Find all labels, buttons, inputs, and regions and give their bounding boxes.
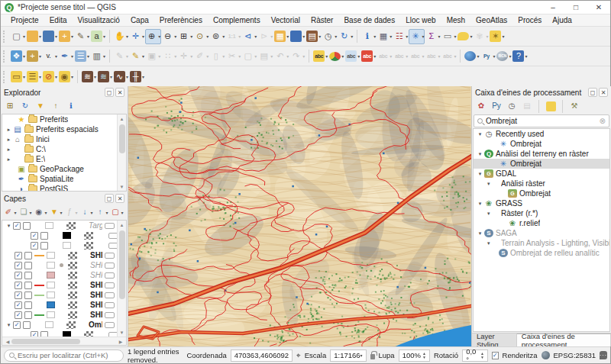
layer-row[interactable]: ✓ SHP prova bt5mv20sh0f300115 — [2, 310, 117, 320]
crs-indicator[interactable]: EPSG:25831 — [554, 351, 596, 359]
bcn-globe-button[interactable]: BCN▾ — [496, 49, 512, 64]
processing-tree-item[interactable]: ✳ Ombrejat — [474, 139, 609, 149]
float-panel-icon[interactable]: ◻ — [105, 194, 114, 203]
refresh-map-button[interactable]: ↻▾ — [338, 29, 354, 44]
processing-tree-item[interactable]: ▾ ◷ Recently used — [474, 129, 609, 139]
pan-to-selection-button[interactable]: ✛▾ — [129, 29, 145, 44]
expand-caret-icon[interactable]: ▸ — [5, 127, 11, 133]
manage-themes-button[interactable]: ◉▾ — [34, 206, 47, 219]
close-panel-icon[interactable]: ✕ — [115, 88, 124, 97]
processing-tree-item[interactable]: ▾ G GDAL — [474, 169, 609, 179]
scrollbar-thumb[interactable] — [11, 339, 80, 344]
highlight-labels-button[interactable]: abc▾ — [360, 49, 377, 64]
filter-expression-button[interactable]: ƒ▾ — [64, 206, 78, 219]
layer-indicator-icon[interactable] — [105, 302, 115, 308]
browser-item[interactable]: ▸ E:\ — [2, 154, 117, 164]
browser-scrollbar[interactable]: ▲ ▼ — [117, 114, 126, 191]
scroll-right-icon[interactable]: ▶ — [117, 339, 124, 344]
processing-history-button[interactable]: ◷ — [505, 100, 519, 113]
layer-row[interactable]: ▾ ✓ Target Grid — [2, 221, 117, 230]
field-calculator-button[interactable]: ☷▾ — [393, 29, 409, 44]
zoom-next-button[interactable]: ⊳▾ — [257, 29, 273, 44]
tab-layer-styling[interactable]: Layer Styling — [472, 333, 517, 346]
layer-checkbox-checked[interactable]: ✓ — [15, 252, 22, 259]
zoom-last-button[interactable]: ⊲▾ — [241, 29, 257, 44]
layer-row[interactable]: ✓ SHP prova bt5mv20sh0f300115 — [2, 300, 117, 310]
layer-indicator-icon[interactable] — [108, 243, 117, 249]
layer-checkbox-unchecked[interactable] — [24, 311, 32, 319]
menu-item[interactable]: Preferències — [154, 15, 208, 25]
layers-hscrollbar[interactable]: ◀ ▶ — [2, 337, 126, 345]
layer-row[interactable]: ✓ SHP prova bt5mv20sh0f300115 — [2, 290, 117, 300]
menu-item[interactable]: Capa — [125, 15, 154, 25]
expand-caret-icon[interactable]: ▸ — [5, 147, 11, 153]
menu-item[interactable]: Edita — [44, 15, 73, 25]
measure-button[interactable]: ▭▾ — [441, 29, 457, 44]
maximize-button[interactable]: □ — [564, 1, 587, 14]
coordinate-input[interactable]: 470363,4606092 — [231, 350, 293, 362]
browser-add-layer-button[interactable]: ⊞ — [3, 100, 17, 113]
processing-search-input[interactable] — [486, 117, 596, 125]
layer-checkbox-checked[interactable]: ✓ — [13, 321, 21, 329]
scrollbar-thumb[interactable] — [119, 124, 125, 153]
layer-checkbox-checked[interactable]: ✓ — [31, 232, 38, 240]
browser-filter-button[interactable]: ▼ — [34, 100, 47, 113]
contour-plugin-button[interactable]: ≋▾ — [81, 69, 97, 85]
layer-checkbox-checked[interactable]: ✓ — [15, 311, 22, 319]
processing-options-button[interactable]: ⚒ — [567, 100, 581, 113]
layer-row[interactable]: ▾ ✓ Ombrejat — [2, 320, 117, 330]
remove-layer-button[interactable]: ▢▾ — [110, 206, 124, 219]
layer-checkbox-unchecked[interactable] — [40, 242, 48, 250]
expand-caret-icon[interactable]: ▾ — [477, 211, 487, 217]
new-project-button[interactable]: ▢▾ — [10, 29, 26, 44]
expand-caret-icon[interactable]: ▾ — [477, 171, 482, 177]
select-by-location-button[interactable]: ◉▾ — [58, 69, 74, 85]
annotation-button[interactable]: ✶▾ — [489, 29, 505, 44]
expand-caret-icon[interactable]: ▾ — [477, 201, 482, 207]
menu-item[interactable]: Ràster — [306, 15, 338, 25]
browser-collapse-button[interactable]: ↑ — [49, 100, 63, 113]
menu-item[interactable]: Visualització — [72, 15, 124, 25]
locate-input[interactable] — [18, 351, 118, 359]
copy-features-button[interactable]: ▢▾ — [241, 49, 257, 64]
annotation-disabled-button[interactable]: ✾▾ — [473, 29, 489, 44]
zoom-out-button[interactable]: ⊖▾ — [161, 29, 177, 44]
statistics-button[interactable]: Σ▾ — [425, 29, 441, 44]
collapse-all-button[interactable]: ↑▾ — [95, 206, 108, 219]
layer-checkbox-checked[interactable]: ✓ — [31, 331, 38, 337]
menu-item[interactable]: Ajuda — [547, 15, 577, 25]
spinner-arrows-icon[interactable]: ▲▼ — [480, 352, 484, 359]
expand-caret-icon[interactable]: ▾ — [5, 223, 11, 229]
layer-checkbox-unchecked[interactable] — [24, 272, 32, 279]
layer-indicator-icon[interactable] — [105, 253, 115, 259]
vertex-tool-button[interactable]: ✛▾ — [177, 49, 193, 64]
toggle-editing-button[interactable]: ✎▾ — [129, 49, 145, 64]
scroll-down-icon[interactable]: ▼ — [120, 328, 124, 337]
layer-row[interactable]: ✓ SHP prova bt5mv20sh0f300115 — [2, 270, 117, 280]
cut-features-button[interactable]: ✂▾ — [225, 49, 241, 64]
layer-checkbox-unchecked[interactable] — [40, 331, 48, 337]
delete-selected-button[interactable]: ▯▾ — [209, 49, 225, 64]
browser-item[interactable]: ▸ C:\ — [2, 144, 117, 154]
add-group-button[interactable]: ❏▾ — [18, 206, 32, 219]
layer-labeling-button[interactable]: abc▾ — [312, 49, 328, 64]
processing-tree-item[interactable]: ✳ Ombrejat — [474, 159, 609, 169]
menu-item[interactable]: Lloc web — [400, 15, 441, 25]
browser-item[interactable]: ▸ ⌂ Inici — [2, 134, 117, 144]
menu-item[interactable]: Mesh — [441, 15, 470, 25]
save-style-button[interactable]: +▾ — [58, 29, 74, 44]
layer-indicator-icon[interactable] — [105, 282, 115, 288]
layer-checkbox-checked[interactable]: ✓ — [15, 262, 22, 269]
processing-tree-item[interactable]: ▾ S SAGA — [474, 228, 609, 238]
magnifier-spinbox[interactable]: 100%▲▼ — [399, 350, 430, 362]
layer-diagram-button[interactable]: ▾ — [328, 49, 344, 64]
processing-tree-item[interactable]: ▾ Ràster (r.*) — [474, 208, 609, 218]
layer-indicator-icon[interactable] — [108, 233, 117, 239]
layer-checkbox-unchecked[interactable] — [24, 282, 32, 289]
undo-button[interactable]: ↶▾ — [273, 49, 289, 64]
save-edits-button[interactable]: ▣▾ — [145, 49, 161, 64]
layer-row[interactable]: ✓ SHP prova bt5mv20sh0f300115 — [2, 280, 117, 290]
processing-tree-item[interactable]: G Ombrejat — [474, 188, 609, 198]
clear-search-icon[interactable]: ⊗ — [600, 117, 606, 125]
pan-map-button[interactable]: ✋▾ — [113, 29, 129, 44]
